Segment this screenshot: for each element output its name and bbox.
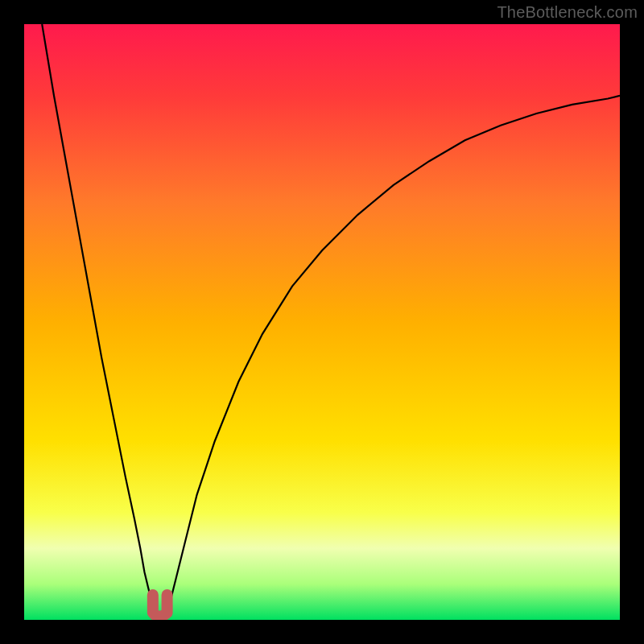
gradient-background xyxy=(24,24,620,620)
watermark-link[interactable]: TheBottleneck.com xyxy=(497,3,638,22)
chart-canvas xyxy=(24,24,620,620)
plot-area xyxy=(24,24,620,620)
chart-frame: TheBottleneck.com xyxy=(0,0,644,644)
